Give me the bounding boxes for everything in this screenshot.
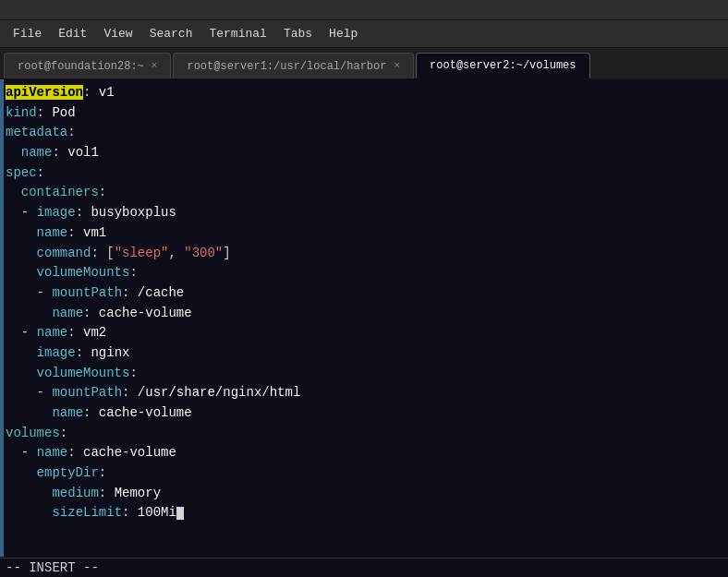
syntax-token: medium [52, 486, 98, 500]
tab-label: root@foundation28:~ [18, 60, 144, 73]
terminal-line: emptyDir: [6, 463, 722, 484]
syntax-token: spec [6, 165, 37, 180]
tab-bar: root@foundation28:~×root@server1:/usr/lo… [0, 48, 728, 79]
syntax-token: mountPath [52, 285, 122, 300]
syntax-token: apiVersion [6, 85, 83, 100]
syntax-token: name [37, 445, 68, 460]
menu-item-tabs[interactable]: Tabs [276, 23, 320, 44]
syntax-token: [ [99, 246, 115, 260]
menu-item-help[interactable]: Help [322, 23, 365, 44]
syntax-token: mountPath [52, 385, 122, 400]
terminal-line: name: cache-volume [6, 304, 722, 324]
syntax-token: vm2 [76, 325, 107, 340]
syntax-token: volumeMounts [37, 265, 130, 280]
terminal-content: apiVersion: v1kind: Podmetadata: name: v… [0, 79, 728, 577]
syntax-token: v1 [91, 85, 114, 100]
terminal-line: name: cache-volume [6, 403, 722, 424]
menu-item-edit[interactable]: Edit [51, 23, 94, 44]
syntax-token: cache-volume [91, 405, 191, 420]
syntax-token: : [99, 486, 106, 500]
syntax-token: : [52, 145, 59, 160]
menu-item-terminal[interactable]: Terminal [201, 23, 273, 44]
menu-item-file[interactable]: File [6, 23, 49, 44]
terminal-line: volumes: [6, 424, 722, 444]
terminal-line: volumeMounts: [6, 364, 722, 384]
tab-tab3[interactable]: root@server2:~/volumes [416, 53, 589, 78]
syntax-token: - [21, 325, 37, 340]
menu-item-view[interactable]: View [96, 23, 140, 44]
tab-close-button[interactable]: × [152, 61, 158, 71]
syntax-token: 100Mi [129, 505, 176, 520]
terminal-line: kind: Pod [6, 103, 722, 124]
terminal-line: - image: busyboxplus [6, 203, 722, 223]
cursor [176, 507, 184, 520]
syntax-token: containers [21, 185, 99, 199]
syntax-token: : [37, 165, 44, 180]
syntax-token: "300" [184, 246, 223, 260]
terminal-line: volumeMounts: [6, 263, 722, 283]
syntax-token: - [21, 205, 37, 220]
syntax-token: name [37, 325, 68, 340]
syntax-token: - [37, 385, 53, 400]
syntax-token: - [21, 445, 37, 460]
syntax-token: volumeMounts [37, 366, 130, 380]
terminal-line: image: nginx [6, 343, 722, 364]
syntax-token: : [37, 105, 44, 120]
terminal-line: name: vol1 [6, 143, 722, 163]
syntax-token: : [60, 426, 67, 440]
syntax-token: : [99, 465, 106, 480]
syntax-token: emptyDir [37, 465, 99, 480]
terminal-line: containers: [6, 183, 722, 203]
syntax-token: sizeLimit [52, 505, 122, 520]
syntax-token: volumes [6, 426, 60, 440]
syntax-token: command [37, 246, 91, 260]
syntax-token: kind [6, 105, 37, 120]
terminal-line: - mountPath: /cache [6, 283, 722, 304]
tab-label: root@server1:/usr/local/harbor [187, 60, 386, 73]
syntax-token: : [67, 125, 75, 139]
syntax-token: vol1 [60, 145, 99, 160]
syntax-token: : [67, 325, 75, 340]
terminal-line: metadata: [6, 123, 722, 143]
syntax-token: nginx [83, 345, 129, 360]
terminal-line: name: vm1 [6, 223, 722, 244]
tab-close-button[interactable]: × [394, 61, 400, 71]
syntax-token: , [168, 246, 184, 260]
terminal-line: command: ["sleep", "300"] [6, 244, 722, 264]
terminal-line: medium: Memory [6, 484, 722, 504]
status-bar: -- INSERT -- [0, 558, 728, 577]
syntax-token: cache-volume [76, 445, 176, 460]
terminal-line: sizeLimit: 100Mi [6, 503, 722, 523]
menu-item-search[interactable]: Search [142, 23, 200, 44]
title-bar [0, 0, 728, 20]
syntax-token: : [129, 265, 137, 280]
syntax-token: image [37, 345, 76, 360]
syntax-token: : [67, 225, 75, 240]
syntax-token: - [37, 285, 53, 300]
tab-label: root@server2:~/volumes [430, 59, 576, 72]
syntax-token: Pod [44, 105, 76, 120]
syntax-token: : [129, 366, 137, 380]
syntax-token: busyboxplus [83, 205, 176, 220]
syntax-token: name [37, 225, 68, 240]
syntax-token: Memory [106, 486, 161, 500]
terminal-line: - name: vm2 [6, 323, 722, 343]
syntax-token: name [21, 145, 53, 160]
syntax-token: vm1 [76, 225, 107, 240]
syntax-token: "sleep" [115, 246, 169, 260]
syntax-token: /usr/share/nginx/html [129, 385, 300, 400]
syntax-token: : [76, 205, 83, 220]
syntax-token: metadata [6, 125, 67, 139]
terminal-line: - mountPath: /usr/share/nginx/html [6, 383, 722, 403]
terminal-line: spec: [6, 163, 722, 184]
tab-tab1[interactable]: root@foundation28:~× [4, 53, 171, 78]
syntax-token: name [52, 405, 83, 420]
terminal-line: apiVersion: v1 [6, 83, 722, 103]
syntax-token: /cache [129, 285, 184, 300]
syntax-token: : [76, 345, 83, 360]
syntax-token: image [37, 205, 76, 220]
syntax-token: cache-volume [91, 306, 191, 320]
tab-tab2[interactable]: root@server1:/usr/local/harbor× [173, 53, 414, 78]
syntax-token: ] [223, 246, 230, 260]
syntax-token: : [99, 185, 106, 199]
